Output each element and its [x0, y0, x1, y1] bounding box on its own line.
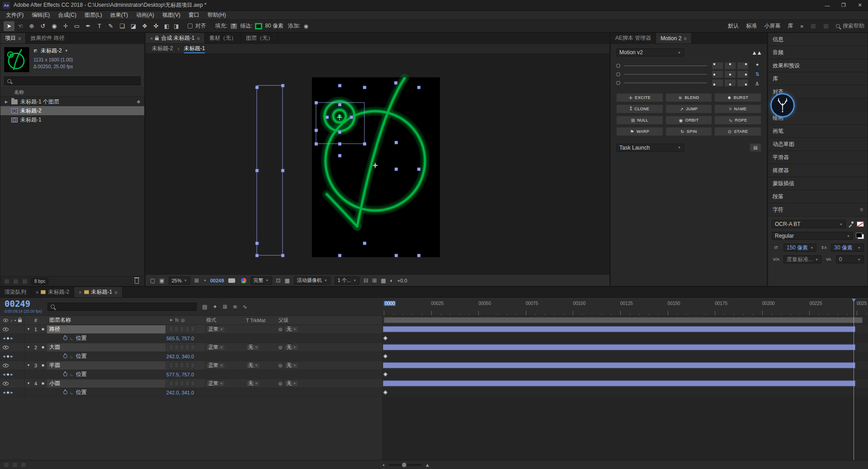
layer-name[interactable]: 大圆: [47, 343, 165, 352]
mode-select[interactable]: 正常▼: [204, 326, 244, 333]
menu-item[interactable]: 动画(A): [132, 11, 158, 19]
timeline-property-row[interactable]: ◀◆▶ ∟ 位置 242.0, 340.0: [0, 352, 868, 361]
property-track[interactable]: [382, 370, 868, 379]
stroke-swatch[interactable]: [255, 23, 262, 29]
parent-column-header[interactable]: 父级: [278, 317, 345, 324]
roto-brush-tool[interactable]: ❖: [139, 21, 150, 31]
help-search[interactable]: 搜索帮助: [836, 22, 864, 30]
name-button[interactable]: ⌗ NAME: [714, 104, 761, 113]
stopwatch-icon[interactable]: [63, 354, 67, 358]
property-value[interactable]: 242.0, 340.0: [166, 354, 234, 359]
motion-blur-icon[interactable]: ∿: [243, 304, 247, 310]
zoom-slider[interactable]: [388, 464, 422, 466]
layer-track[interactable]: [382, 325, 868, 334]
layer-duration-bar[interactable]: [383, 344, 855, 350]
keyframe-navigator[interactable]: ◀◆▶: [0, 388, 24, 397]
property-track[interactable]: [382, 352, 868, 361]
twirl-icon[interactable]: ▼: [24, 363, 33, 367]
twirl-icon[interactable]: ▶: [4, 100, 9, 104]
font-size-select[interactable]: 150 像素▼: [783, 244, 816, 252]
eraser-tool[interactable]: ◪: [128, 21, 139, 31]
zoom-in-icon[interactable]: ▲: [425, 462, 430, 468]
timeline-layer-row[interactable]: ▼ 3 ★ 半圆 正常▼ 无▼ ◎: [0, 361, 868, 370]
pan-behind-tool[interactable]: ✛: [60, 21, 71, 31]
current-time-indicator[interactable]: [854, 299, 854, 460]
rotation-tool[interactable]: ↺: [38, 21, 48, 31]
magnification-select[interactable]: 25%▼: [169, 277, 190, 285]
menu-item[interactable]: 图层(L): [80, 11, 106, 19]
task-panel-button[interactable]: ▤: [750, 143, 761, 152]
lock-column-icon[interactable]: [18, 319, 22, 322]
timeline-zoom-control[interactable]: ▲ ▲: [382, 462, 430, 468]
twirl-icon[interactable]: ▼: [24, 381, 33, 385]
font-family-select[interactable]: OCR-A BT▼: [772, 220, 846, 228]
zoom-tool[interactable]: ⊕: [26, 21, 37, 31]
shape-tool[interactable]: ▭: [71, 21, 82, 31]
eye-icon[interactable]: [3, 328, 9, 331]
interpret-footage-icon[interactable]: [4, 279, 9, 284]
workspace-bar-icon[interactable]: [811, 23, 816, 29]
parent-select[interactable]: ◎ 无▼: [278, 380, 345, 387]
keyframe-icon[interactable]: [383, 336, 388, 341]
menu-item[interactable]: 编辑(E): [28, 11, 54, 19]
tab-timeline-comp-2[interactable]: × 未标题-2: [31, 287, 74, 297]
menu-item[interactable]: 文件(F): [2, 11, 28, 19]
time-ruler[interactable]: 0000 00025 00050 00075 00100 00125 00150…: [382, 298, 868, 316]
menu-item[interactable]: 合成(C): [54, 11, 80, 19]
selected-item-name[interactable]: 未标题-2 ▼: [33, 47, 73, 55]
panel-menu-icon[interactable]: ≡: [684, 36, 686, 41]
timeline-property-row[interactable]: ◀◆▶ ∟ 位置 242.0, 341.0: [0, 388, 868, 397]
expand-transfer-icon[interactable]: [21, 462, 26, 468]
brush-tool[interactable]: ✎: [105, 21, 116, 31]
layer-track[interactable]: [382, 343, 868, 352]
kerning-select[interactable]: 度量标准...▼: [783, 255, 821, 263]
orbit-button[interactable]: ◉ ORBIT: [665, 116, 712, 125]
work-area-bar[interactable]: [384, 317, 863, 323]
tab-composition[interactable]: × 合成 未标题-1 ≡: [146, 33, 205, 43]
camera-view-select[interactable]: 活动摄像机▼: [294, 277, 330, 285]
timeline-property-row[interactable]: ◀◆▶ ∟ 位置 577.5, 757.0: [0, 370, 868, 379]
parent-select[interactable]: ◎ 无▼: [278, 344, 345, 351]
grid-options-icon[interactable]: ⊞: [194, 277, 199, 284]
eye-icon[interactable]: [3, 364, 9, 367]
zoom-slider-thumb[interactable]: [402, 463, 406, 467]
new-composition-icon[interactable]: [22, 279, 28, 284]
property-value[interactable]: 577.5, 757.0: [166, 372, 234, 377]
property-label[interactable]: ∟ 位置: [47, 371, 165, 379]
sidebar-panel[interactable]: 库: [768, 72, 868, 85]
panel-menu-icon[interactable]: ≡: [860, 206, 863, 213]
leading-select[interactable]: 30 像素▼: [831, 244, 864, 252]
sidebar-panel[interactable]: 音频: [768, 46, 868, 59]
project-search-input[interactable]: [14, 78, 137, 84]
transparency-grid-icon[interactable]: ▦: [285, 277, 290, 284]
sidebar-panel[interactable]: 动态草图: [768, 138, 868, 151]
bit-depth-button[interactable]: 8 bpc: [31, 278, 48, 285]
spin-button[interactable]: ↻ SPIN: [665, 127, 712, 136]
parent-select[interactable]: ◎ 无▼: [278, 362, 345, 369]
panel-options-icon[interactable]: [823, 23, 829, 29]
tab-effect-controls[interactable]: 效果控件 路径: [26, 33, 69, 43]
panel-menu-icon[interactable]: ≡: [197, 36, 199, 41]
stopwatch-icon[interactable]: [63, 336, 67, 340]
timeline-search-input[interactable]: [57, 304, 193, 310]
camera-tool[interactable]: ◉: [49, 21, 60, 31]
view-option-2-icon[interactable]: ⊞: [372, 277, 377, 284]
jump-button[interactable]: ↗ JUMP: [665, 104, 712, 113]
tracking-select[interactable]: 0▼: [836, 255, 864, 263]
timeline-layer-row[interactable]: ▼ 1 ★ 路径 正常▼ ▼ ◎: [0, 325, 868, 334]
layer-name-column-header[interactable]: 图层名称: [47, 316, 165, 324]
anchor-button[interactable]: [724, 62, 736, 70]
layer-switches[interactable]: [166, 379, 204, 388]
tab-timeline-comp-1[interactable]: × 未标题-1 ≡: [74, 287, 123, 297]
property-track[interactable]: [382, 388, 868, 397]
warp-button[interactable]: ⚑ WARP: [616, 127, 663, 136]
anchor-button[interactable]: [712, 62, 723, 70]
close-tab-icon[interactable]: ×: [150, 36, 153, 41]
eye-icon[interactable]: [3, 382, 9, 385]
trkmat-select[interactable]: 无▼: [244, 344, 278, 351]
pickwhip-icon[interactable]: ◎: [278, 363, 283, 368]
tab-layer[interactable]: 图层（无）: [241, 33, 278, 43]
monitor-alt-icon[interactable]: ▣: [159, 277, 164, 284]
layer-switches[interactable]: [166, 361, 204, 370]
workspace-item[interactable]: 库: [788, 22, 793, 30]
